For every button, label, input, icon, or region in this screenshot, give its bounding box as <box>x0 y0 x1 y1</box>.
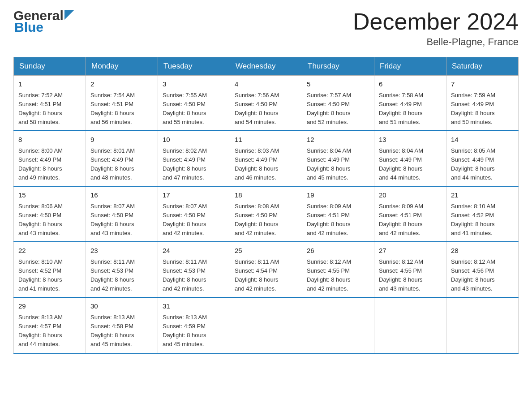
calendar-cell: 11Sunrise: 8:03 AMSunset: 4:49 PMDayligh… <box>230 131 302 186</box>
day-number: 28 <box>451 246 514 256</box>
calendar-cell: 14Sunrise: 8:05 AMSunset: 4:49 PMDayligh… <box>446 131 519 186</box>
day-of-week-header: Wednesday <box>230 57 302 76</box>
day-number: 17 <box>163 190 225 201</box>
day-number: 29 <box>18 301 81 312</box>
calendar-cell: 24Sunrise: 8:11 AMSunset: 4:53 PMDayligh… <box>158 242 230 297</box>
day-info: Sunrise: 7:57 AMSunset: 4:50 PMDaylight:… <box>307 91 369 127</box>
calendar-cell: 2Sunrise: 7:54 AMSunset: 4:51 PMDaylight… <box>86 76 158 131</box>
calendar-cell: 16Sunrise: 8:07 AMSunset: 4:50 PMDayligh… <box>86 186 158 242</box>
calendar-cell: 3Sunrise: 7:55 AMSunset: 4:50 PMDaylight… <box>158 76 230 131</box>
calendar-cell: 25Sunrise: 8:11 AMSunset: 4:54 PMDayligh… <box>230 242 302 297</box>
day-info: Sunrise: 8:12 AMSunset: 4:56 PMDaylight:… <box>451 257 514 294</box>
day-number: 25 <box>235 246 297 256</box>
day-number: 22 <box>18 246 81 256</box>
day-number: 7 <box>451 79 514 90</box>
day-number: 3 <box>163 79 225 90</box>
calendar-cell: 23Sunrise: 8:11 AMSunset: 4:53 PMDayligh… <box>86 242 158 297</box>
calendar-cell: 7Sunrise: 7:59 AMSunset: 4:49 PMDaylight… <box>446 76 519 131</box>
day-info: Sunrise: 8:09 AMSunset: 4:51 PMDaylight:… <box>379 202 442 238</box>
logo-triangle-icon <box>64 10 74 20</box>
day-of-week-header: Saturday <box>446 57 519 76</box>
day-info: Sunrise: 8:12 AMSunset: 4:55 PMDaylight:… <box>379 257 442 294</box>
day-info: Sunrise: 7:59 AMSunset: 4:49 PMDaylight:… <box>451 91 514 127</box>
calendar-cell: 13Sunrise: 8:04 AMSunset: 4:49 PMDayligh… <box>374 131 446 186</box>
day-info: Sunrise: 8:07 AMSunset: 4:50 PMDaylight:… <box>163 202 225 238</box>
calendar-cell: 8Sunrise: 8:00 AMSunset: 4:49 PMDaylight… <box>14 131 86 186</box>
day-number: 30 <box>90 301 153 312</box>
day-number: 15 <box>18 190 81 201</box>
day-number: 9 <box>90 135 153 145</box>
day-info: Sunrise: 8:13 AMSunset: 4:58 PMDaylight:… <box>90 313 153 349</box>
day-number: 20 <box>379 190 442 201</box>
month-title: December 2024 <box>353 9 519 34</box>
day-number: 11 <box>235 135 297 145</box>
day-info: Sunrise: 8:02 AMSunset: 4:49 PMDaylight:… <box>163 146 225 183</box>
calendar-cell: 18Sunrise: 8:08 AMSunset: 4:50 PMDayligh… <box>230 186 302 242</box>
day-of-week-header: Thursday <box>302 57 374 76</box>
day-number: 19 <box>307 190 369 201</box>
calendar-cell: 29Sunrise: 8:13 AMSunset: 4:57 PMDayligh… <box>14 297 86 353</box>
calendar-cell: 5Sunrise: 7:57 AMSunset: 4:50 PMDaylight… <box>302 76 374 131</box>
day-info: Sunrise: 7:52 AMSunset: 4:51 PMDaylight:… <box>18 91 81 127</box>
calendar-cell <box>374 297 446 353</box>
day-info: Sunrise: 8:03 AMSunset: 4:49 PMDaylight:… <box>235 146 297 183</box>
calendar-cell: 10Sunrise: 8:02 AMSunset: 4:49 PMDayligh… <box>158 131 230 186</box>
week-row: 1Sunrise: 7:52 AMSunset: 4:51 PMDaylight… <box>14 76 519 131</box>
day-number: 5 <box>307 79 369 90</box>
day-info: Sunrise: 8:11 AMSunset: 4:53 PMDaylight:… <box>163 257 225 294</box>
calendar-cell: 26Sunrise: 8:12 AMSunset: 4:55 PMDayligh… <box>302 242 374 297</box>
svg-marker-0 <box>64 10 74 20</box>
day-info: Sunrise: 7:55 AMSunset: 4:50 PMDaylight:… <box>163 91 225 127</box>
calendar-cell: 4Sunrise: 7:56 AMSunset: 4:50 PMDaylight… <box>230 76 302 131</box>
calendar-cell: 30Sunrise: 8:13 AMSunset: 4:58 PMDayligh… <box>86 297 158 353</box>
day-number: 8 <box>18 135 81 145</box>
logo-blue-text: Blue <box>14 20 43 34</box>
calendar-table: SundayMondayTuesdayWednesdayThursdayFrid… <box>13 57 519 353</box>
day-info: Sunrise: 8:07 AMSunset: 4:50 PMDaylight:… <box>90 202 153 238</box>
day-info: Sunrise: 7:54 AMSunset: 4:51 PMDaylight:… <box>90 91 153 127</box>
day-number: 1 <box>18 79 81 90</box>
day-of-week-header: Sunday <box>14 57 86 76</box>
logo: General Blue <box>13 9 74 34</box>
calendar-cell: 17Sunrise: 8:07 AMSunset: 4:50 PMDayligh… <box>158 186 230 242</box>
day-number: 4 <box>235 79 297 90</box>
week-row: 22Sunrise: 8:10 AMSunset: 4:52 PMDayligh… <box>14 242 519 297</box>
day-info: Sunrise: 8:13 AMSunset: 4:59 PMDaylight:… <box>163 313 225 349</box>
calendar-cell: 27Sunrise: 8:12 AMSunset: 4:55 PMDayligh… <box>374 242 446 297</box>
day-number: 13 <box>379 135 442 145</box>
day-number: 26 <box>307 246 369 256</box>
header-row: SundayMondayTuesdayWednesdayThursdayFrid… <box>14 57 519 76</box>
day-of-week-header: Friday <box>374 57 446 76</box>
week-row: 15Sunrise: 8:06 AMSunset: 4:50 PMDayligh… <box>14 186 519 242</box>
day-number: 21 <box>451 190 514 201</box>
day-info: Sunrise: 8:10 AMSunset: 4:52 PMDaylight:… <box>451 202 514 238</box>
calendar-cell: 20Sunrise: 8:09 AMSunset: 4:51 PMDayligh… <box>374 186 446 242</box>
week-row: 8Sunrise: 8:00 AMSunset: 4:49 PMDaylight… <box>14 131 519 186</box>
day-number: 14 <box>451 135 514 145</box>
location-label: Belle-Plagne, France <box>353 36 519 48</box>
day-number: 24 <box>163 246 225 256</box>
day-number: 10 <box>163 135 225 145</box>
day-info: Sunrise: 8:04 AMSunset: 4:49 PMDaylight:… <box>307 146 369 183</box>
day-of-week-header: Monday <box>86 57 158 76</box>
calendar-cell: 22Sunrise: 8:10 AMSunset: 4:52 PMDayligh… <box>14 242 86 297</box>
calendar-cell: 15Sunrise: 8:06 AMSunset: 4:50 PMDayligh… <box>14 186 86 242</box>
day-number: 6 <box>379 79 442 90</box>
day-info: Sunrise: 8:11 AMSunset: 4:54 PMDaylight:… <box>235 257 297 294</box>
calendar-cell: 21Sunrise: 8:10 AMSunset: 4:52 PMDayligh… <box>446 186 519 242</box>
page-header: General Blue December 2024 Belle-Plagne,… <box>13 9 519 48</box>
day-info: Sunrise: 8:09 AMSunset: 4:51 PMDaylight:… <box>307 202 369 238</box>
day-info: Sunrise: 7:56 AMSunset: 4:50 PMDaylight:… <box>235 91 297 127</box>
calendar-cell: 9Sunrise: 8:01 AMSunset: 4:49 PMDaylight… <box>86 131 158 186</box>
day-number: 12 <box>307 135 369 145</box>
calendar-cell <box>230 297 302 353</box>
day-info: Sunrise: 8:04 AMSunset: 4:49 PMDaylight:… <box>379 146 442 183</box>
day-of-week-header: Tuesday <box>158 57 230 76</box>
calendar-cell <box>302 297 374 353</box>
calendar-cell: 1Sunrise: 7:52 AMSunset: 4:51 PMDaylight… <box>14 76 86 131</box>
day-number: 18 <box>235 190 297 201</box>
day-info: Sunrise: 8:12 AMSunset: 4:55 PMDaylight:… <box>307 257 369 294</box>
title-section: December 2024 Belle-Plagne, France <box>353 9 519 48</box>
day-info: Sunrise: 7:58 AMSunset: 4:49 PMDaylight:… <box>379 91 442 127</box>
day-info: Sunrise: 8:00 AMSunset: 4:49 PMDaylight:… <box>18 146 81 183</box>
